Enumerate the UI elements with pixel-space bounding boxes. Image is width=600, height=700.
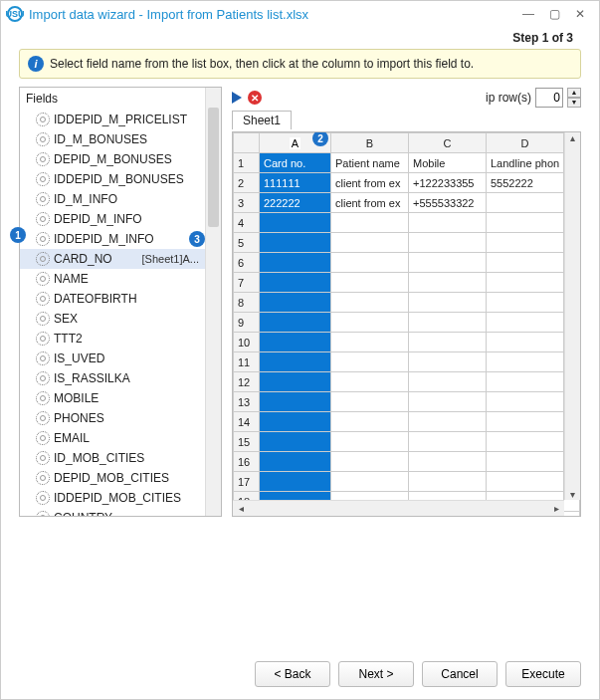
grid-cell[interactable]: 222222	[260, 193, 331, 213]
grid-cell[interactable]	[409, 233, 487, 253]
grid-cell[interactable]	[260, 293, 331, 313]
field-item[interactable]: IDDEPID_MOB_CITIES	[20, 488, 205, 508]
grid-cell[interactable]	[331, 352, 409, 372]
grid-cell[interactable]	[409, 452, 487, 472]
delete-icon[interactable]: ✕	[248, 91, 262, 105]
execute-button[interactable]: Execute	[505, 661, 581, 687]
grid-cell[interactable]	[487, 372, 564, 392]
grid-cell[interactable]	[260, 213, 331, 233]
grid-cell[interactable]	[487, 253, 564, 273]
grid-cell[interactable]	[331, 273, 409, 293]
grid-cell[interactable]	[487, 452, 564, 472]
grid-cell[interactable]: Card no.	[260, 153, 331, 173]
play-icon[interactable]	[232, 92, 242, 104]
grid-cell[interactable]	[260, 253, 331, 273]
field-item[interactable]: DEPID_M_BONUSES	[20, 149, 205, 169]
grid-cell[interactable]	[409, 293, 487, 313]
grid-cell[interactable]	[331, 233, 409, 253]
field-item[interactable]: IDDEPID_M_PRICELIST	[20, 110, 205, 129]
grid-cell[interactable]: +122233355	[409, 173, 487, 193]
grid-cell[interactable]	[487, 333, 564, 352]
minimize-button[interactable]: —	[515, 4, 541, 24]
next-button[interactable]: Next >	[338, 661, 414, 687]
grid-cell[interactable]	[487, 273, 564, 293]
grid-cell[interactable]	[331, 313, 409, 333]
field-item[interactable]: IS_UVED	[20, 349, 205, 368]
field-item[interactable]: CARD_NO[Sheet1]A...	[20, 249, 205, 269]
skip-spin-up[interactable]: ▲	[567, 88, 581, 98]
grid-cell[interactable]	[260, 432, 331, 452]
grid-cell[interactable]: 5552222	[487, 173, 564, 193]
grid-cell[interactable]	[331, 432, 409, 452]
grid-cell[interactable]	[331, 253, 409, 273]
field-item[interactable]: COUNTRY	[20, 508, 205, 516]
grid-cell[interactable]	[487, 392, 564, 412]
grid-cell[interactable]	[487, 313, 564, 333]
grid-cell[interactable]: 111111	[260, 173, 331, 193]
field-item[interactable]: IS_RASSILKA	[20, 368, 205, 388]
column-header[interactable]: B	[331, 133, 409, 153]
grid-cell[interactable]	[331, 372, 409, 392]
grid-cell[interactable]	[487, 293, 564, 313]
grid-cell[interactable]	[409, 253, 487, 273]
fields-scrollbar[interactable]	[205, 88, 221, 516]
field-item[interactable]: TTT2	[20, 329, 205, 349]
grid-cell[interactable]	[331, 333, 409, 352]
field-item[interactable]: IDDEPID_M_BONUSES	[20, 169, 205, 189]
grid-cell[interactable]: +555533322	[409, 193, 487, 213]
skip-rows-input[interactable]	[535, 88, 563, 108]
row-header[interactable]: 16	[234, 452, 260, 472]
field-item[interactable]: MOBILE	[20, 388, 205, 408]
field-item[interactable]: ID_M_BONUSES	[20, 129, 205, 149]
grid-cell[interactable]	[260, 333, 331, 352]
row-header[interactable]: 11	[234, 352, 260, 372]
grid-cell[interactable]	[331, 293, 409, 313]
field-item[interactable]: ID_MOB_CITIES	[20, 448, 205, 468]
row-header[interactable]: 4	[234, 213, 260, 233]
grid-cell[interactable]: client from ex	[331, 193, 409, 213]
grid-cell[interactable]	[409, 412, 487, 432]
grid-cell[interactable]	[260, 412, 331, 432]
grid-cell[interactable]	[260, 233, 331, 253]
grid-cell[interactable]	[260, 352, 331, 372]
maximize-button[interactable]: ▢	[541, 4, 567, 24]
row-header[interactable]: 12	[234, 372, 260, 392]
grid-cell[interactable]	[331, 213, 409, 233]
row-header[interactable]: 10	[234, 333, 260, 352]
grid-cell[interactable]: Landline phon	[487, 153, 564, 173]
grid-cell[interactable]	[487, 352, 564, 372]
row-header[interactable]: 5	[234, 233, 260, 253]
back-button[interactable]: < Back	[255, 661, 330, 687]
row-header[interactable]: 13	[234, 392, 260, 412]
grid-cell[interactable]	[260, 273, 331, 293]
row-header[interactable]: 7	[234, 273, 260, 293]
grid-cell[interactable]	[487, 472, 564, 492]
column-header[interactable]: D	[487, 133, 564, 153]
close-button[interactable]: ✕	[567, 4, 593, 24]
grid-vertical-scrollbar[interactable]: ▴▾	[564, 132, 580, 500]
row-header[interactable]: 2	[234, 173, 260, 193]
fields-list[interactable]: 3 IDDEPID_M_PRICELISTID_M_BONUSESDEPID_M…	[20, 110, 221, 516]
row-header[interactable]: 3	[234, 193, 260, 213]
grid-cell[interactable]	[331, 472, 409, 492]
field-item[interactable]: PHONES	[20, 408, 205, 428]
row-header[interactable]: 15	[234, 432, 260, 452]
grid-cell[interactable]	[260, 452, 331, 472]
skip-spin-down[interactable]: ▼	[567, 98, 581, 108]
grid-cell[interactable]	[409, 432, 487, 452]
row-header[interactable]: 14	[234, 412, 260, 432]
grid-cell[interactable]	[409, 273, 487, 293]
column-header[interactable]: C	[409, 133, 487, 153]
grid-cell[interactable]	[409, 333, 487, 352]
grid-cell[interactable]	[260, 372, 331, 392]
grid-cell[interactable]	[331, 392, 409, 412]
grid-cell[interactable]	[487, 213, 564, 233]
cancel-button[interactable]: Cancel	[422, 661, 498, 687]
grid-cell[interactable]	[409, 392, 487, 412]
grid-cell[interactable]	[487, 193, 564, 213]
field-item[interactable]: ID_M_INFO	[20, 189, 205, 209]
grid-cell[interactable]	[331, 452, 409, 472]
grid-cell[interactable]	[260, 472, 331, 492]
grid-cell[interactable]	[331, 412, 409, 432]
row-header[interactable]: 8	[234, 293, 260, 313]
